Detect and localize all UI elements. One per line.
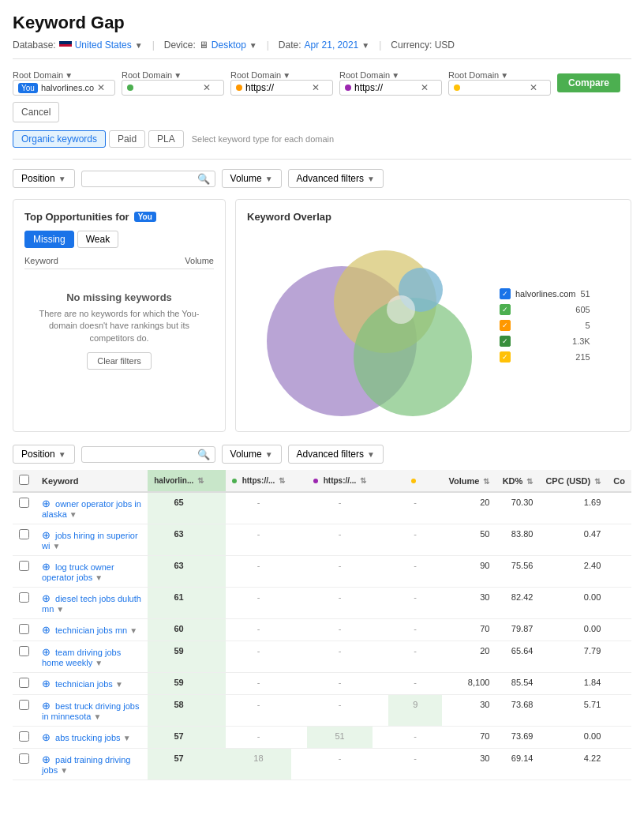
row-d3: - [307, 749, 373, 780]
domain3-input[interactable] [245, 82, 309, 93]
row-d4: - [388, 556, 442, 588]
keyword-link[interactable]: paid training driving jobs [42, 755, 130, 775]
keyword-dropdown-icon[interactable]: ▼ [123, 734, 131, 742]
legend-check-4[interactable]: ✓ [500, 336, 511, 347]
opp-col-volume: Volume [185, 256, 214, 265]
row-d4: - [388, 588, 442, 619]
position-filter-button[interactable]: Position ▼ [13, 169, 75, 188]
row-checkbox[interactable] [19, 498, 29, 508]
domain4-close-icon[interactable]: ✕ [421, 82, 429, 93]
keyword-dropdown-icon[interactable]: ▼ [95, 573, 103, 582]
row-checkbox[interactable] [19, 592, 29, 603]
keyword-expand-icon[interactable]: ⊕ [42, 624, 51, 636]
filter-row-1: Position ▼ 🔍 Volume ▼ Advanced filters ▼ [13, 169, 631, 188]
database-dropdown[interactable]: United States [75, 39, 132, 51]
keyword-expand-icon[interactable]: ⊕ [42, 646, 51, 658]
keyword-dropdown-icon[interactable]: ▼ [93, 712, 101, 721]
row-d2: - [226, 556, 291, 588]
th-domain3: https://... ⇅ [307, 470, 373, 492]
compare-button[interactable]: Compare [557, 73, 620, 92]
keyword-dropdown-icon[interactable]: ▼ [115, 680, 123, 689]
keyword-expand-icon[interactable]: ⊕ [42, 731, 51, 743]
row-checkbox[interactable] [19, 753, 29, 764]
row-checkbox[interactable] [19, 624, 29, 634]
weak-tab[interactable]: Weak [77, 231, 118, 248]
legend-check-3[interactable]: ✓ [500, 320, 511, 331]
row-cpc: 7.79 [539, 641, 607, 673]
keyword-link[interactable]: abs trucking jobs [55, 733, 121, 742]
position-filter-button-2[interactable]: Position ▼ [13, 445, 75, 464]
keyword-expand-icon[interactable]: ⊕ [42, 529, 51, 541]
row-co [607, 619, 631, 641]
keyword-dropdown-icon[interactable]: ▼ [95, 659, 103, 667]
date-dropdown[interactable]: Apr 21, 2021 [305, 39, 359, 51]
row-keyword-cell: ⊕ jobs hiring in superior wi ▼ [36, 524, 148, 556]
row-d2-extra [291, 619, 307, 641]
keyword-dropdown-icon[interactable]: ▼ [129, 626, 137, 635]
row-checkbox[interactable] [19, 700, 29, 710]
paid-button[interactable]: Paid [109, 130, 145, 148]
clear-filters-button[interactable]: Clear filters [87, 352, 152, 370]
advanced-filters-button[interactable]: Advanced filters ▼ [288, 169, 384, 188]
device-dropdown[interactable]: Desktop [212, 39, 246, 51]
flag-icon [59, 41, 72, 50]
keyword-link[interactable]: owner operator jobs in alaska [42, 499, 141, 519]
search-input-2[interactable] [87, 449, 197, 460]
row-checkbox[interactable] [19, 646, 29, 656]
legend-check-2[interactable]: ✓ [500, 304, 511, 315]
advanced-filters-button-2[interactable]: Advanced filters ▼ [288, 445, 384, 464]
search-input-wrap: 🔍 [81, 171, 215, 187]
keyword-link[interactable]: technician jobs [55, 679, 113, 689]
pla-button[interactable]: PLA [148, 130, 184, 148]
select-all-checkbox[interactable] [19, 475, 29, 485]
row-cpc: 1.84 [539, 673, 607, 695]
keyword-table: Keyword halvorlin... ⇅ https://... ⇅ htt… [13, 470, 631, 780]
keyword-expand-icon[interactable]: ⊕ [42, 753, 51, 765]
row-checkbox[interactable] [19, 731, 29, 742]
cancel-button[interactable]: Cancel [13, 102, 59, 122]
keyword-expand-icon[interactable]: ⊕ [42, 678, 51, 689]
table-row: ⊕ team driving jobs home weekly ▼ 59 - -… [13, 641, 631, 673]
row-checkbox[interactable] [19, 529, 29, 539]
keyword-dropdown-icon[interactable]: ▼ [56, 605, 64, 614]
row-volume: 20 [442, 492, 496, 524]
domain1-close-icon[interactable]: ✕ [97, 82, 105, 93]
opp-empty-text: There are no keywords for which the You-… [32, 308, 206, 344]
domain2-input[interactable] [137, 82, 200, 93]
table-header-row: Keyword halvorlin... ⇅ https://... ⇅ htt… [13, 470, 631, 492]
domain5-close-icon[interactable]: ✕ [530, 82, 537, 93]
venn-diagram [247, 231, 484, 420]
keyword-expand-icon[interactable]: ⊕ [42, 700, 51, 712]
table-row: ⊕ diesel tech jobs duluth mn ▼ 61 - - - … [13, 588, 631, 619]
keyword-dropdown-icon[interactable]: ▼ [69, 510, 77, 519]
keyword-link[interactable]: team driving jobs home weekly [42, 648, 121, 667]
domain5-input[interactable] [463, 82, 526, 93]
legend-check-1[interactable]: ✓ [500, 288, 511, 299]
volume-filter-button-2[interactable]: Volume ▼ [222, 445, 282, 464]
row-co [607, 588, 631, 619]
keyword-dropdown-icon[interactable]: ▼ [52, 542, 60, 550]
domain3-close-icon[interactable]: ✕ [312, 82, 320, 93]
legend-check-5[interactable]: ✓ [500, 351, 511, 363]
row-halov-extra [210, 641, 226, 673]
keyword-expand-icon[interactable]: ⊕ [42, 498, 51, 509]
row-checkbox[interactable] [19, 561, 29, 571]
row-volume: 70 [442, 727, 496, 749]
keyword-expand-icon[interactable]: ⊕ [42, 561, 51, 573]
organic-keywords-button[interactable]: Organic keywords [13, 130, 106, 148]
keyword-dropdown-icon[interactable]: ▼ [60, 766, 68, 775]
row-keyword-cell: ⊕ log truck owner operator jobs ▼ [36, 556, 148, 588]
keyword-expand-icon[interactable]: ⊕ [42, 592, 51, 604]
keyword-link[interactable]: technician jobs mn [55, 626, 127, 635]
keyword-link[interactable]: log truck owner operator jobs [42, 562, 114, 582]
missing-tab[interactable]: Missing [24, 231, 74, 248]
row-volume: 30 [442, 588, 496, 619]
svg-point-4 [387, 295, 415, 324]
volume-filter-button[interactable]: Volume ▼ [222, 169, 282, 188]
keyword-link[interactable]: best truck driving jobs in minnesota [42, 701, 139, 721]
search-input[interactable] [87, 173, 197, 184]
domain2-close-icon[interactable]: ✕ [203, 82, 211, 93]
row-checkbox[interactable] [19, 678, 29, 688]
th-domain4 [388, 470, 442, 492]
domain4-input[interactable] [354, 82, 417, 93]
